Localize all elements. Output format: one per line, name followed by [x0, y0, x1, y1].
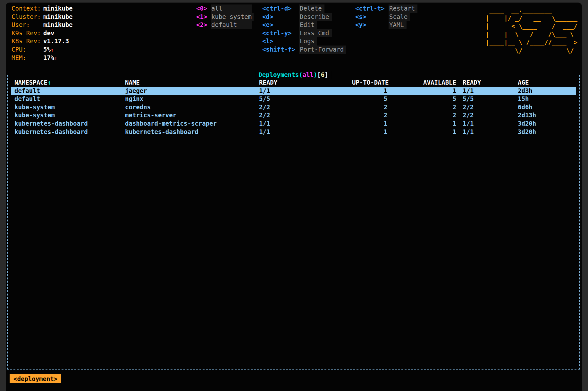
- cell-namespace: kube-system: [11, 103, 125, 112]
- menu-item-delete[interactable]: <ctrl-d>Delete: [262, 4, 346, 13]
- info-value: minikube: [43, 5, 73, 12]
- cpu-up-arrow-icon: ↑: [51, 47, 54, 53]
- menu-item-edit[interactable]: <e>Edit: [262, 21, 346, 29]
- col-header-available[interactable]: AVAILABLE: [387, 79, 456, 87]
- info-label: MEM:: [12, 54, 43, 62]
- cell-up-to-date: 1: [352, 120, 387, 128]
- table-row[interactable]: kube-system metrics-server 2/2 2 2 2/2 2…: [11, 111, 576, 120]
- cell-name: coredns: [125, 103, 259, 112]
- namespace-item-kube-system[interactable]: <1>kube-system: [196, 13, 254, 21]
- k9s-logo: ____ __.________ | |/ _/ __ \______ | < …: [486, 6, 581, 55]
- info-cluster: Cluster:minikube: [12, 13, 73, 21]
- cluster-info-panel: Context:minikube Cluster:minikube User:m…: [12, 4, 73, 62]
- cell-name: metrics-server: [125, 111, 259, 120]
- col-header-label: NAMESPACE: [14, 79, 47, 86]
- cell-ready2: 2/2: [456, 111, 518, 120]
- cell-name: kubernetes-dashboard: [125, 128, 259, 136]
- table-row[interactable]: kubernetes-dashboard kubernetes-dashboar…: [11, 128, 576, 136]
- cell-ready: 1/1: [259, 87, 352, 95]
- namespace-item-all[interactable]: <0>all: [196, 4, 254, 13]
- hotkey: <ctrl-t>: [355, 4, 389, 13]
- cell-available: 1: [387, 87, 456, 95]
- cell-available: 2: [387, 103, 456, 112]
- menu-label: Describe: [299, 13, 332, 21]
- col-header-ready2[interactable]: READY: [456, 79, 518, 87]
- shortcut-menu-1: <ctrl-d>Delete <d>Describe <e>Edit <ctrl…: [262, 4, 346, 54]
- cell-up-to-date: 5: [352, 95, 387, 103]
- menu-label: Restart: [389, 4, 417, 13]
- cell-namespace: kubernetes-dashboard: [11, 120, 125, 128]
- cell-ready2: 1/1: [456, 120, 518, 128]
- menu-item-logs[interactable]: <l>Logs: [262, 37, 346, 46]
- breadcrumb-deployment[interactable]: <deployment>: [10, 374, 61, 383]
- menu-item-restart[interactable]: <ctrl-t>Restart: [355, 4, 417, 13]
- info-value: 17%: [43, 54, 54, 61]
- namespace-label: default: [211, 21, 252, 29]
- info-value: minikube: [43, 13, 73, 20]
- cell-up-to-date: 2: [352, 111, 387, 120]
- col-header-namespace[interactable]: NAMESPACE↑: [11, 79, 125, 87]
- menu-label: Logs: [299, 37, 317, 46]
- menu-item-port-forward[interactable]: <shift-f>Port-Forward: [262, 46, 346, 54]
- table-title: Deployments(all)[6]: [255, 71, 331, 79]
- info-label: Cluster:: [12, 13, 43, 21]
- menu-label: Less Cmd: [299, 29, 332, 37]
- info-value: dev: [43, 29, 54, 37]
- k9s-terminal: Context:minikube Cluster:minikube User:m…: [6, 3, 582, 391]
- col-header-ready[interactable]: READY: [259, 79, 352, 87]
- table-row[interactable]: kube-system coredns 2/2 2 2 2/2 6d6h: [11, 103, 576, 112]
- col-header-up-to-date[interactable]: UP-TO-DATE: [352, 79, 387, 87]
- col-header-age[interactable]: AGE: [518, 79, 576, 87]
- logo-line: | |/ _/ __ \______: [486, 14, 581, 22]
- table-title-bracket: ]: [324, 71, 328, 78]
- cell-up-to-date: 2: [352, 103, 387, 112]
- cell-name: dashboard-metrics-scraper: [125, 120, 259, 128]
- logo-line: |____|__ \ /____//____ >: [486, 38, 581, 47]
- logo-line: ____ __.________: [486, 6, 581, 14]
- cell-age: 15h: [518, 95, 576, 103]
- cell-ready: 2/2: [259, 111, 352, 120]
- info-label: K8s Rev:: [12, 37, 43, 46]
- cell-age: 2d13h: [518, 111, 576, 120]
- logo-line: | < \____ / ___/: [486, 22, 581, 30]
- cell-up-to-date: 1: [352, 87, 387, 95]
- hotkey: <1>: [196, 13, 211, 21]
- hotkey: <shift-f>: [262, 46, 299, 54]
- menu-item-describe[interactable]: <d>Describe: [262, 13, 346, 21]
- col-header-name[interactable]: NAME: [125, 79, 259, 87]
- cell-ready: 1/1: [259, 120, 352, 128]
- cell-age: 6d6h: [518, 103, 576, 112]
- table-title-resource: Deployments: [258, 71, 299, 78]
- cell-name: nginx: [125, 95, 259, 103]
- menu-item-scale[interactable]: <s>Scale: [355, 13, 417, 21]
- menu-label: YAML: [389, 21, 407, 29]
- info-value: v1.17.3: [43, 37, 69, 45]
- table-title-count: 6: [321, 71, 324, 78]
- info-k9s-rev: K9s Rev:dev: [12, 29, 73, 37]
- cell-ready2: 1/1: [456, 128, 518, 136]
- logo-line: \/ \/: [486, 47, 581, 55]
- mem-up-arrow-icon: ↑: [54, 55, 57, 61]
- table-title-paren: (: [299, 71, 302, 78]
- hotkey: <2>: [196, 21, 211, 29]
- menu-item-less-cmd[interactable]: <ctrl-y>Less Cmd: [262, 29, 346, 37]
- table-row[interactable]: default jaeger 1/1 1 1 1/1 2d3h: [11, 87, 576, 95]
- namespace-item-default[interactable]: <2>default: [196, 21, 254, 29]
- table-row[interactable]: kubernetes-dashboard dashboard-metrics-s…: [11, 120, 576, 128]
- table-header-row: NAMESPACE↑ NAME READY UP-TO-DATE AVAILAB…: [11, 79, 576, 87]
- menu-label: Edit: [299, 21, 317, 29]
- namespace-hotkeys: <0>all <1>kube-system <2>default: [196, 4, 254, 29]
- menu-item-yaml[interactable]: <y>YAML: [355, 21, 417, 29]
- info-label: User:: [12, 21, 43, 29]
- sort-arrow-icon: ↑: [47, 79, 51, 86]
- menu-label: Delete: [299, 4, 324, 13]
- cell-ready: 1/1: [259, 128, 352, 136]
- info-value: minikube: [43, 21, 73, 28]
- info-k8s-rev: K8s Rev:v1.17.3: [12, 37, 73, 46]
- table-row[interactable]: default nginx 5/5 5 5 5/5 15h: [11, 95, 576, 103]
- cell-available: 5: [387, 95, 456, 103]
- info-cpu: CPU:5%↑: [12, 46, 73, 54]
- table-title-namespace: all: [303, 71, 314, 78]
- namespace-label: all: [211, 4, 252, 13]
- cell-up-to-date: 1: [352, 128, 387, 136]
